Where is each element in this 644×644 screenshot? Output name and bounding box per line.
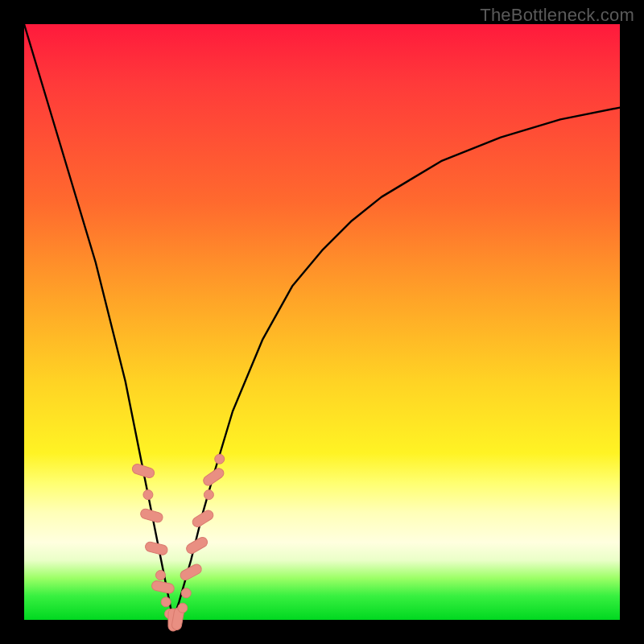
curve-marker-dot [161, 597, 171, 607]
plot-area [24, 24, 620, 620]
chart-frame: TheBottleneck.com [0, 0, 644, 644]
chart-svg [24, 24, 620, 620]
curve-marker-dot [181, 588, 191, 598]
curve-marker-dot [178, 603, 188, 613]
curve-marker-pill [139, 508, 163, 523]
curve-marker-pill [131, 463, 155, 479]
curve-marker-pill [151, 580, 175, 595]
bottleneck-curve [24, 24, 620, 620]
curve-marker-pill [144, 541, 168, 555]
watermark-text: TheBottleneck.com [480, 5, 634, 26]
curve-marker-dot [155, 571, 165, 580]
curve-marker-pill [201, 466, 225, 487]
curve-marker-dot [143, 490, 153, 500]
curve-marker-pill [179, 563, 203, 582]
curve-marker-dot [204, 490, 213, 500]
curve-marker-dot [215, 454, 225, 464]
curve-path [24, 24, 620, 620]
